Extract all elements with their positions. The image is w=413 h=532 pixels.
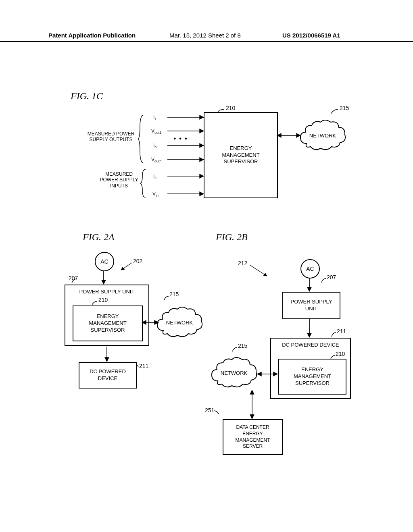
dc-powered-device-2a: DC POWERED DEVICE — [79, 362, 137, 389]
energy-management-supervisor-box-1c: ENERGY MANAGEMENT SUPERVISOR — [204, 112, 278, 198]
ref-207-2b: 207 — [327, 274, 336, 281]
ref-207-2a: 207 — [69, 275, 78, 281]
ref-211-2b: 211 — [337, 328, 346, 335]
ref-211-2a: 211 — [139, 363, 148, 369]
ref-210-2a: 210 — [98, 297, 108, 303]
ac-source-2a: AC — [95, 252, 114, 271]
ref-215-2a: 215 — [169, 291, 179, 297]
brace-outputs-icon — [138, 115, 146, 163]
network-label-2a: NETWORK — [166, 320, 193, 326]
sig-vout1: Vout1 — [151, 128, 162, 135]
header-date-sheet: Mar. 15, 2012 Sheet 2 of 8 — [169, 32, 241, 39]
ref-202-2a: 202 — [133, 258, 142, 264]
ref-215-1c: 215 — [340, 105, 349, 111]
measured-outputs-label: MEASURED POWER SUPPLY OUTPUTS — [85, 131, 137, 143]
sig-voutn: Voutn — [151, 157, 162, 163]
sig-vin: Vin — [152, 191, 159, 197]
fig-2b-label: FIG. 2B — [216, 232, 248, 243]
header-pubnum: US 2012/0066519 A1 — [282, 32, 340, 39]
sig-i1: I1 — [153, 114, 156, 121]
measured-inputs-label: MEASURED POWER SUPPLY INPUTS — [97, 171, 141, 189]
fig-1c-label: FIG. 1C — [71, 91, 103, 102]
dc-device-label-2b: DC POWERED DEVICE — [282, 342, 339, 349]
ac-source-2b: AC — [300, 259, 320, 278]
ref-251-2b: 251 — [205, 407, 214, 414]
energy-management-supervisor-box-2a: ENERGY MANAGEMENT SUPERVISOR — [73, 305, 143, 341]
sig-iin: Iin — [153, 173, 157, 180]
network-cloud-2a: NETWORK — [155, 306, 204, 339]
ref-210-1c: 210 — [226, 105, 235, 111]
network-cloud-1c: NETWORK — [298, 119, 347, 152]
ref-210-2b: 210 — [336, 351, 345, 357]
energy-management-supervisor-box-2b: ENERGY MANAGEMENT SUPERVISOR — [278, 359, 346, 395]
ref-215-2b: 215 — [238, 343, 247, 349]
network-cloud-2b: NETWORK — [210, 357, 258, 389]
signal-ellipsis: ● ● ● — [173, 136, 188, 141]
fig-2a-label: FIG. 2A — [83, 232, 115, 243]
psu-label-2a: POWER SUPPLY UNIT — [79, 289, 135, 295]
data-center-server-box: DATA CENTER ENERGY MANAGEMENT SERVER — [223, 419, 283, 455]
ref-212-2b: 212 — [238, 260, 247, 266]
sig-in: In — [153, 143, 156, 149]
page: Patent Application Publication Mar. 15, … — [0, 0, 413, 532]
network-label-2b: NETWORK — [221, 370, 247, 376]
header-publication: Patent Application Publication — [48, 32, 136, 39]
network-label-1c: NETWORK — [309, 133, 336, 139]
power-supply-unit-box-2b: POWER SUPPLY UNIT — [282, 292, 340, 319]
brace-inputs-icon — [140, 169, 148, 197]
connector-overlay — [0, 0, 413, 532]
page-header: Patent Application Publication Mar. 15, … — [0, 33, 413, 42]
